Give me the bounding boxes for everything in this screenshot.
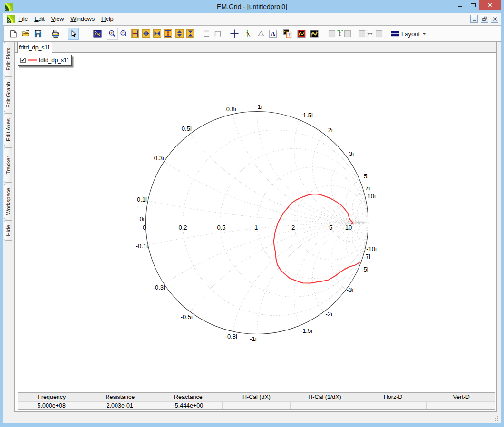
toolbar-shrink-x-in-button[interactable]	[152, 28, 163, 40]
double-curve-icon	[310, 29, 319, 38]
tracker-header-cell: Frequency	[18, 393, 86, 401]
layout-label: Layout	[401, 30, 420, 38]
menu-help[interactable]: Help	[98, 13, 117, 25]
reactance-label: -2i	[325, 311, 332, 318]
menu-view[interactable]: View	[48, 13, 67, 25]
resize-grip[interactable]	[494, 416, 499, 422]
toolbar-shrink-y-in-button[interactable]	[185, 28, 196, 40]
close-button[interactable]: ✕	[479, 0, 501, 10]
toolbar-corner-top-button[interactable]	[212, 28, 223, 40]
toolbar: ALayout	[3, 25, 501, 42]
toolbar-disabled-square4-button	[373, 28, 385, 40]
toolbar-pointer-select-button[interactable]	[68, 28, 79, 40]
tracker-header-cell: Resistance	[86, 393, 155, 401]
tracker-table-value-row: 5.000e+082.003e-01-5.444e+00	[18, 401, 495, 409]
toolbar-copy-properties-button[interactable]	[282, 28, 293, 40]
tracker-header-cell: Vert-D	[427, 393, 495, 401]
shrink-x-in-icon	[153, 29, 162, 38]
sidebar-tab-label: Tracker	[5, 156, 11, 175]
zero-reactance-label: 0i	[139, 215, 144, 223]
toolbar-text-label-button[interactable]: A	[267, 28, 279, 40]
reactance-label: 0.5i	[182, 125, 192, 132]
toolbar-stretch-x-out-button[interactable]	[141, 28, 152, 40]
single-curve-icon	[297, 29, 306, 38]
shrink-y-in-icon	[186, 29, 195, 38]
menu-windows[interactable]: Windows	[67, 13, 98, 25]
close-icon: ✕	[479, 0, 501, 10]
mdi-restore-icon	[482, 16, 488, 22]
toolbar-triangle-marker-button[interactable]	[255, 28, 267, 40]
toolbar-layout-dropdown[interactable]: Layout	[391, 28, 426, 40]
svg-text:A: A	[271, 30, 275, 37]
reactance-label: -10i	[366, 245, 377, 252]
tracker-value-cell: 5.000e+08	[18, 402, 86, 409]
reactance-label: -3i	[347, 286, 354, 293]
stretch-x-out-icon	[142, 29, 151, 38]
menu-bar: FileEditViewWindowsHelp	[3, 13, 501, 25]
layout-icon	[391, 30, 399, 38]
tab-fdtd-dp-s11[interactable]: fdtd_dp_s11	[17, 42, 52, 53]
toolbar-save-file-button[interactable]	[32, 28, 44, 40]
open-file-icon	[21, 29, 30, 38]
toolbar-zoom-in-button[interactable]	[107, 28, 118, 40]
save-file-icon	[34, 29, 42, 38]
tracker-header-cell: Horz-D	[359, 393, 427, 401]
maximize-button[interactable]	[467, 0, 480, 10]
sidebar-tab-tracker[interactable]: Tracker	[4, 147, 12, 183]
toolbar-crosshair-button[interactable]	[229, 28, 240, 40]
sidebar-tab-hide[interactable]: Hide	[4, 220, 12, 241]
reactance-label: -0.5i	[181, 313, 193, 320]
menu-file[interactable]: File	[15, 13, 31, 25]
stretch-y-out-icon	[175, 29, 184, 38]
toolbar-single-curve-button[interactable]	[296, 28, 307, 40]
reactance-label: -5i	[361, 266, 368, 273]
resistance-label: 10	[345, 224, 352, 231]
menu-edit[interactable]: Edit	[31, 13, 48, 25]
toolbar-double-curve-button[interactable]	[309, 28, 320, 40]
sidebar-tab-label: Edit Plots	[5, 48, 11, 71]
legend-label: fdtd_dp_s11	[39, 57, 69, 64]
title-bar: EM.Grid - [untitledproj0] ✕	[0, 0, 504, 13]
sidebar-tab-edit-graph[interactable]: Edit Graph	[4, 78, 12, 112]
legend-checkbox[interactable]	[20, 58, 26, 63]
reactance-label: 0.1i	[137, 196, 147, 203]
sidebar-tab-edit-plots[interactable]: Edit Plots	[4, 42, 12, 77]
minimize-button[interactable]	[453, 0, 467, 10]
tracker-header-cell: Reactance	[154, 393, 223, 401]
toolbar-corner-left-button[interactable]	[201, 28, 212, 40]
mdi-minimize-button[interactable]	[470, 15, 478, 23]
toolbar-print-button[interactable]	[50, 28, 61, 40]
reactance-label: -1.5i	[300, 327, 312, 334]
disabled-square-icon	[375, 29, 383, 38]
sidebar-tab-label: Edit Axes	[5, 118, 11, 141]
tracker-header-cell: H-Cal (1/dX)	[291, 393, 359, 401]
tracker-value-cell	[427, 402, 495, 409]
reactance-label: 0.3i	[154, 155, 164, 162]
toolbar-open-file-button[interactable]	[20, 28, 31, 40]
tracker-table: FrequencyResistanceReactanceH-Cal (dX)H-…	[18, 392, 495, 410]
legend-box[interactable]: fdtd_dp_s11	[18, 55, 72, 66]
toolbar-expand-x-button[interactable]	[129, 28, 141, 40]
status-bar	[3, 412, 501, 423]
smith-chart[interactable]: 00.20.5125100.1i-0.1i0.3i-0.3i0.5i-0.5i0…	[15, 53, 496, 392]
checkmark-icon	[21, 58, 25, 62]
reactance-label: 2i	[328, 126, 333, 134]
sidebar-tab-edit-axes[interactable]: Edit Axes	[4, 113, 12, 146]
sidebar-tab-workspace[interactable]: Workspace	[4, 184, 12, 219]
document-logo-icon[interactable]	[7, 15, 15, 23]
toolbar-stretch-y-out-button[interactable]	[174, 28, 185, 40]
toolbar-axes-button[interactable]	[242, 28, 254, 40]
tracker-value-cell: -5.444e+00	[154, 402, 223, 409]
mdi-close-button[interactable]	[491, 15, 498, 23]
toolbar-expand-y-button[interactable]	[163, 28, 174, 40]
print-icon	[51, 29, 60, 38]
toolbar-new-document-button[interactable]	[8, 28, 19, 40]
toolbar-fit-plot-button[interactable]	[92, 28, 103, 40]
toolbar-disabled-square2-button	[342, 28, 353, 40]
reactance-label: 5i	[364, 173, 368, 180]
mdi-restore-button[interactable]	[481, 15, 488, 23]
toolbar-zoom-out-button[interactable]	[118, 28, 129, 40]
minimize-icon	[458, 6, 462, 7]
mdi-close-icon	[492, 16, 498, 22]
tracker-table-header-row: FrequencyResistanceReactanceH-Cal (dX)H-…	[18, 393, 495, 401]
